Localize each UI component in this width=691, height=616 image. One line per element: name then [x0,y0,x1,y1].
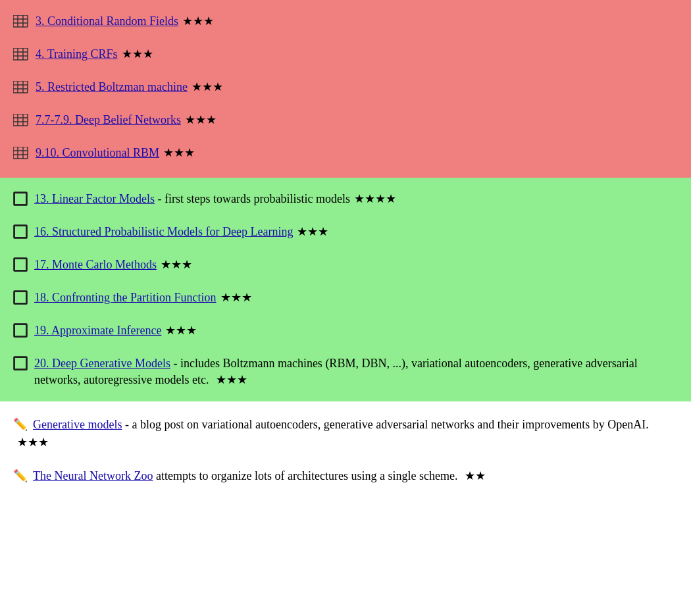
item-stars: ★★★ [163,146,195,159]
item-text: 7.7-7.9. Deep Belief Networks★★★ [36,112,678,128]
svg-rect-29 [15,226,26,237]
list-item: 20. Deep Generative Models - includes Bo… [13,349,678,395]
item-text: 19. Approximate Inference★★★ [34,322,678,339]
item-stars: ★★★★ [354,192,396,205]
item-text: 9.10. Convolutional RBM★★★ [36,145,678,161]
video-icon [13,113,29,132]
document-icon [13,356,28,375]
list-item: 4. Training CRFs★★★ [13,39,678,72]
item-link-13[interactable]: 13. Linear Factor Models [34,192,155,205]
item-text: 17. Monte Carlo Methods★★★ [34,257,678,273]
item-text: 18. Confronting the Partition Function★★… [34,290,678,306]
pink-section: 3. Conditional Random Fields★★★ 4. Train… [0,0,691,178]
blog-stars-1: ★★★ [17,436,49,449]
svg-rect-15 [13,114,28,126]
item-link-16[interactable]: 16. Structured Probabilistic Models for … [34,225,293,238]
blog-link-1[interactable]: Generative models [33,418,122,431]
list-item: 5. Restricted Boltzman machine★★★ [13,72,678,105]
item-stars: ★★★ [297,225,328,238]
item-stars: ★★★ [192,80,223,93]
item-link-17[interactable]: 17. Monte Carlo Methods [34,258,157,271]
item-stars-20: ★★★ [216,373,247,386]
list-item: 13. Linear Factor Models - first steps t… [13,184,678,217]
item-text-20: 20. Deep Generative Models - includes Bo… [34,355,678,388]
item-link-19[interactable]: 19. Approximate Inference [34,324,161,337]
item-text: 13. Linear Factor Models - first steps t… [34,191,678,207]
blog-item-1: ✏️Generative models - a blog post on var… [13,408,678,459]
blog-stars-2: ★★ [465,469,486,482]
blog-link-2[interactable]: The Neural Network Zoo [33,469,153,482]
svg-rect-10 [13,81,28,93]
video-icon [13,146,29,165]
list-item: 17. Monte Carlo Methods★★★ [13,250,678,283]
pencil-icon: ✏️ [13,418,28,431]
list-item: 9.10. Convolutional RBM★★★ [13,138,678,171]
item-link-20[interactable]: 20. Deep Generative Models [34,357,170,370]
item-link-3[interactable]: 3. Conditional Random Fields [36,14,178,28]
svg-rect-38 [15,325,26,336]
list-item: 7.7-7.9. Deep Belief Networks★★★ [13,105,678,138]
document-icon [13,192,28,211]
item-stars: ★★★ [182,14,214,28]
svg-rect-0 [13,15,28,27]
blog-suffix-1: - a blog post on variational autoencoder… [122,418,648,431]
list-item: 16. Structured Probabilistic Models for … [13,217,678,250]
item-link-4[interactable]: 4. Training CRFs [36,47,118,61]
document-icon [13,257,28,276]
green-section: 13. Linear Factor Models - first steps t… [0,178,691,401]
svg-rect-41 [15,358,26,369]
blog-item-2: ✏️The Neural Network Zoo attempts to org… [13,459,678,493]
document-icon [13,290,28,309]
item-stars: ★★★ [161,258,192,271]
item-text: 4. Training CRFs★★★ [36,46,678,63]
item-link-7[interactable]: 7.7-7.9. Deep Belief Networks [36,113,181,126]
video-icon [13,80,29,99]
svg-rect-5 [13,48,28,60]
pencil-icon: ✏️ [13,469,28,482]
item-link-18[interactable]: 18. Confronting the Partition Function [34,291,217,304]
item-text: 3. Conditional Random Fields★★★ [36,13,678,30]
svg-rect-20 [13,147,28,159]
item-text: 5. Restricted Boltzman machine★★★ [36,79,678,95]
item-stars: ★★★ [165,324,197,337]
list-item: 18. Confronting the Partition Function★★… [13,283,678,316]
svg-rect-32 [15,259,26,270]
item-link-9[interactable]: 9.10. Convolutional RBM [36,146,159,159]
item-stars: ★★★ [185,113,217,126]
item-stars: ★★★ [220,291,252,304]
video-icon [13,14,29,33]
svg-rect-35 [15,292,26,303]
list-item: 19. Approximate Inference★★★ [13,316,678,349]
svg-rect-26 [15,193,26,204]
item-text: 16. Structured Probabilistic Models for … [34,224,678,240]
blog-suffix-2: attempts to organize lots of architectur… [153,469,457,482]
item-suffix: - first steps towards probabilistic mode… [155,192,350,205]
item-stars: ★★★ [122,47,153,61]
document-icon [13,323,28,342]
list-item: 3. Conditional Random Fields★★★ [13,7,678,39]
document-icon [13,224,28,244]
video-icon [13,47,29,66]
item-link-5[interactable]: 5. Restricted Boltzman machine [36,80,188,93]
white-section: ✏️Generative models - a blog post on var… [0,401,691,500]
